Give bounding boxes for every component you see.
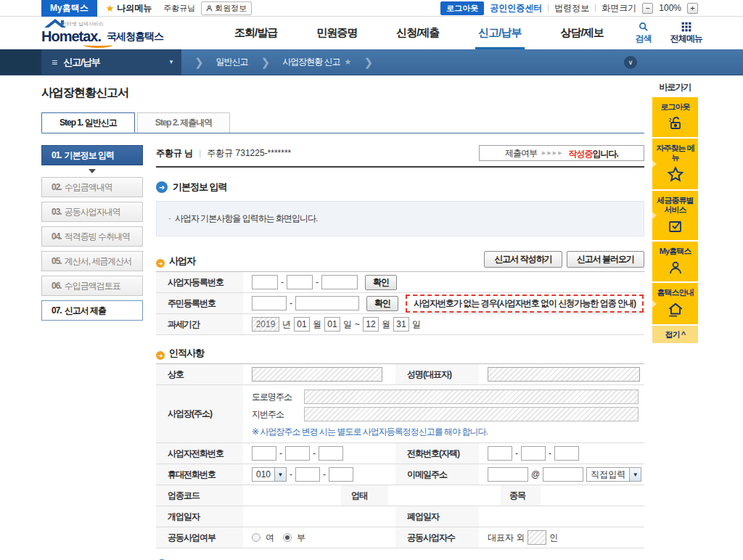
open-date-value (243, 506, 395, 527)
sidebar-step-06-review[interactable]: 06. 수입금액검토표 (41, 276, 143, 296)
search-button[interactable]: 검색 (636, 22, 652, 45)
tax-period-label: 과세기간 (156, 314, 243, 334)
person-icon (667, 259, 684, 276)
table-row: 개업일자 폐업일자 (156, 506, 644, 527)
email-id-input[interactable] (488, 467, 528, 482)
confirm-rrn-button[interactable]: 확인 (366, 296, 398, 311)
member-info-button[interactable]: 회원정보 (201, 1, 252, 15)
sidebar-step-07-submit[interactable]: 07. 신고서 제출 (41, 300, 143, 321)
table-row: 사업자등록번호 - - 확인 (156, 272, 644, 293)
zoom-out-button[interactable]: − (642, 3, 653, 14)
biz-reg-no-part1-input[interactable] (252, 275, 278, 289)
quickbar-my-hometax[interactable]: My홈택스 (652, 242, 698, 281)
down-arrow-icon (89, 169, 96, 173)
biz-phone-part3-input[interactable] (319, 446, 343, 461)
end-month-input[interactable] (363, 317, 379, 332)
subsection-arrow-icon: ➜ (156, 259, 165, 268)
no-biz-number-notice[interactable]: 사업자번호가 없는 경우(사업자번호 없이 신청가능한 업종 안내) (406, 295, 644, 313)
my-menu-link[interactable]: 나의메뉴 (117, 2, 152, 15)
section-basic-info: ➜ 기본정보 입력 (156, 181, 644, 194)
start-day-input[interactable] (324, 317, 340, 332)
road-address-label: 도로명주소 (252, 391, 304, 403)
breadcrumb-item-business-status[interactable]: 사업장현황 신고 (282, 56, 340, 68)
sidebar-step-03-joint[interactable]: 03. 공동사업자내역 (41, 202, 143, 222)
logo-swoosh (83, 42, 112, 48)
quickbar-hometax-guide[interactable]: 홈택스안내 (652, 283, 698, 324)
breadcrumb-expand-button[interactable]: ∨ (624, 56, 637, 69)
dash: - (515, 448, 518, 458)
unlock-icon (667, 115, 684, 132)
chevron-down-icon: ∨ (628, 59, 633, 66)
table-row: 상호 성명(대표자) (156, 364, 644, 385)
subsection-title: 사업자 (169, 255, 195, 268)
sidebar-step-01-basic-info[interactable]: 01. 기본정보 입력 (41, 145, 143, 165)
biz-reg-no-part3-input[interactable] (321, 275, 358, 289)
biz-phone-part2-input[interactable] (285, 446, 310, 461)
rrn-part2-input[interactable] (295, 296, 359, 310)
breadcrumb-item-general[interactable]: 일반신고 (216, 56, 248, 68)
subsection-arrow-icon: ➜ (156, 351, 165, 360)
form-area: 주황규 님 | 주황규 731225-******* 제출여부 ▶▶▶▶ 작성중… (156, 145, 644, 560)
breadcrumb: ❯ 일반신고 ❯ 사업장현황 신고 ★ ❯ (181, 56, 385, 69)
nav-consult-report[interactable]: 상담/제보 (561, 17, 604, 49)
tab-step2-submissions[interactable]: Step 2. 제출내역 (137, 112, 231, 133)
hometax-logo[interactable]: 인터넷 납세서비스 Hometax. 국세청홈택스 (41, 21, 208, 45)
home-phone-part2-input[interactable] (521, 446, 546, 461)
step-number: 01. (52, 150, 62, 160)
breadcrumb-menu-select[interactable]: ≡ 신고/납부 ▼ (41, 49, 181, 75)
address-change-note: ※ 사업장주소 변경 시는 별도로 사업자등록정정신고를 해야 합니다. (252, 426, 644, 438)
company-name-input (252, 367, 382, 382)
breadcrumb-separator-icon: ❯ (261, 56, 270, 69)
screen-size-label: 화면크기 (602, 2, 636, 15)
status-badge: 작성중 (569, 149, 593, 159)
confirm-biz-no-button[interactable]: 확인 (365, 275, 397, 290)
biz-reg-no-part2-input[interactable] (287, 275, 313, 289)
logout-button[interactable]: 로그아웃 (440, 1, 484, 15)
email-domain-select-value: 직접입력 (587, 469, 629, 481)
at-sign: @ (531, 469, 540, 479)
favorite-star-icon[interactable]: ★ (345, 57, 351, 67)
biz-phone-part1-input[interactable] (252, 446, 276, 461)
nav-civil-cert[interactable]: 민원증명 (316, 17, 357, 49)
cert-center-link[interactable]: 공인인증센터 (490, 2, 542, 15)
nav-report-pay[interactable]: 신고/납부 (478, 17, 521, 49)
radio-joint-yes[interactable] (252, 533, 260, 542)
write-report-button[interactable]: 신고서 작성하기 (484, 251, 562, 268)
mobile-part3-input[interactable] (329, 467, 353, 482)
mobile-prefix-select[interactable]: 010 ▼ (252, 467, 287, 482)
quick-links-sidebar: 바로가기 로그아웃 자주찾는 메뉴 세금종류별 서비스 My홈택스 홈택스안내 … (652, 81, 698, 343)
radio-joint-no[interactable] (283, 533, 292, 542)
zoom-in-button[interactable]: + (687, 3, 698, 14)
load-report-button[interactable]: 신고서 불러오기 (567, 251, 644, 268)
business-reg-no-label: 사업자등록번호 (156, 272, 243, 292)
mobile-phone-label: 휴대전화번호 (156, 464, 243, 485)
law-info-link[interactable]: 법령정보 (554, 2, 589, 15)
nav-apply-submit[interactable]: 신청/제출 (396, 17, 439, 49)
tab-step1-general[interactable]: Step 1. 일반신고 (41, 112, 135, 133)
quickbar-logout[interactable]: 로그아웃 (652, 97, 698, 137)
unit-month: 월 (313, 318, 321, 331)
joint-count-label: 공동사업자수 (395, 527, 479, 548)
end-day-input[interactable] (393, 317, 409, 332)
home-phone-part3-input[interactable] (554, 446, 579, 461)
start-month-input[interactable] (294, 317, 310, 332)
joint-count-input (528, 530, 546, 545)
quickbar-favorite-menu[interactable]: 자주찾는 메뉴 (652, 139, 698, 189)
rrn-part1-input[interactable] (252, 296, 287, 310)
sidebar-step-04-evidence[interactable]: 04. 적격증빙 수취내역 (41, 226, 143, 247)
email-domain-input[interactable] (543, 467, 583, 482)
quickbar-tax-type-services[interactable]: 세금종류별 서비스 (652, 191, 698, 240)
email-domain-select[interactable]: 직접입력 ▼ (586, 467, 641, 482)
quickbar-item-label: 홈택스안내 (657, 288, 694, 297)
my-hometax-button[interactable]: My홈택스 (41, 0, 97, 17)
quickbar-collapse-button[interactable]: 접기 ^ (652, 326, 698, 343)
sidebar-step-02-income[interactable]: 02. 수입금액내역 (41, 177, 143, 197)
top-right-tools: 로그아웃 공인인증센터 법령정보 화면크기 − 100% + (440, 1, 698, 15)
mobile-part2-input[interactable] (295, 467, 320, 482)
table-row: 사업장(주소) 도로명주소 지번주소 ※ 사업장주소 변경 시는 별도로 사업자… (156, 385, 644, 443)
home-phone-part1-input[interactable] (488, 446, 512, 461)
open-date-label: 개업일자 (156, 506, 243, 527)
all-menu-button[interactable]: 전체메뉴 (670, 22, 702, 45)
nav-inquiry-issue[interactable]: 조회/발급 (234, 17, 277, 49)
sidebar-step-05-invoices[interactable]: 05. 계산서, 세금계산서 (41, 251, 143, 271)
